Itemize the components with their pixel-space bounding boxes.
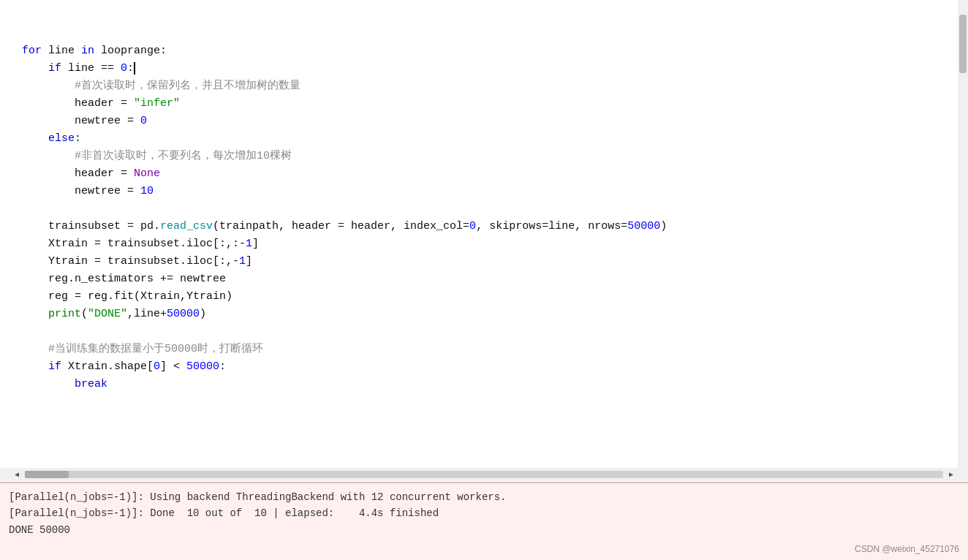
code-token: ] <	[160, 360, 186, 373]
code-token: :	[75, 132, 81, 145]
code-token: line ==	[61, 62, 121, 75]
code-line: #首次读取时，保留列名，并且不增加树的数量	[22, 77, 968, 95]
vertical-scrollbar[interactable]	[958, 0, 968, 468]
code-line: Ytrain = trainsubset.iloc[:,-1]	[22, 253, 968, 270]
code-token: header =	[22, 167, 134, 180]
code-token: #首次读取时，保留列名，并且不增加树的数量	[22, 80, 300, 92]
code-line: newtree = 0	[22, 113, 968, 130]
code-token: print	[48, 308, 81, 320]
code-line: if line == 0:	[22, 60, 968, 77]
code-token: if	[48, 62, 61, 75]
code-token: read_csv	[160, 220, 213, 232]
code-token: (	[81, 308, 88, 320]
code-line: trainsubset = pd.read_csv(trainpath, hea…	[22, 218, 968, 235]
code-token: reg.n_estimators += newtree	[22, 273, 226, 285]
output-text: [Parallel(n_jobs=-1)]: Using backend Thr…	[9, 489, 959, 538]
code-line: if Xtrain.shape[0] < 50000:	[22, 358, 968, 376]
code-line: newtree = 10	[22, 183, 968, 200]
code-token	[22, 62, 48, 75]
watermark: CSDN @weixin_45271076	[855, 544, 959, 554]
code-token: 1	[239, 255, 246, 268]
code-token: 50000	[167, 308, 200, 320]
code-token: )	[660, 220, 667, 232]
code-token: :	[127, 62, 134, 75]
code-token: #当训练集的数据量小于50000时，打断循环	[22, 343, 263, 355]
code-token: 50000	[627, 220, 660, 232]
code-token: 10	[140, 185, 154, 197]
code-token: 0	[121, 62, 127, 75]
code-token: Xtrain = trainsubset.iloc[:,:-	[22, 238, 246, 250]
code-area: for line in looprange: if line == 0: #首次…	[0, 0, 968, 483]
code-line	[22, 323, 968, 341]
code-line: #当训练集的数据量小于50000时，打断循环	[22, 341, 968, 358]
code-token: reg = reg.fit(Xtrain,Ytrain)	[22, 290, 232, 303]
code-token: line	[42, 45, 81, 57]
code-token: looprange:	[94, 45, 167, 57]
scroll-right-arrow[interactable]: ▶	[946, 469, 956, 480]
code-block: for line in looprange: if line == 0: #首次…	[22, 7, 968, 393]
horizontal-scrollbar[interactable]: ◀ ▶	[0, 468, 968, 481]
code-token: , skiprows=line, nrows=	[476, 220, 627, 232]
code-token: Xtrain.shape[	[61, 360, 154, 373]
code-token: 0	[469, 220, 476, 232]
output-area: [Parallel(n_jobs=-1)]: Using backend Thr…	[0, 483, 968, 560]
code-token	[22, 360, 48, 373]
code-line: #非首次读取时，不要列名，每次增加10棵树	[22, 148, 968, 165]
code-line: Xtrain = trainsubset.iloc[:,:-1]	[22, 235, 968, 253]
code-line: for line in looprange:	[22, 42, 968, 60]
code-token: if	[48, 360, 61, 373]
code-token: None	[134, 167, 160, 180]
scrollbar-thumb[interactable]	[25, 471, 69, 478]
code-token	[22, 308, 48, 320]
code-token: header =	[22, 97, 134, 110]
code-token	[22, 378, 75, 390]
code-token: #非首次读取时，不要列名，每次增加10棵树	[22, 150, 292, 162]
code-token: 1	[246, 238, 252, 250]
scroll-left-arrow[interactable]: ◀	[12, 469, 22, 480]
code-token: in	[81, 45, 94, 57]
code-token: 0	[154, 360, 160, 373]
code-token: ]	[252, 238, 259, 250]
code-line: reg.n_estimators += newtree	[22, 270, 968, 288]
code-token: :	[219, 360, 226, 373]
code-token: (trainpath, header = header, index_col=	[213, 220, 469, 232]
v-scroll-thumb[interactable]	[959, 15, 967, 73]
code-token	[22, 132, 48, 145]
code-line: reg = reg.fit(Xtrain,Ytrain)	[22, 288, 968, 306]
code-token: ]	[246, 255, 252, 268]
code-token: ,line+	[127, 308, 167, 320]
code-line: header = None	[22, 165, 968, 183]
code-line	[22, 200, 968, 218]
code-token: break	[75, 378, 107, 390]
text-cursor	[134, 62, 135, 75]
code-line: break	[22, 376, 968, 393]
code-line: else:	[22, 130, 968, 148]
code-scroll-container[interactable]: for line in looprange: if line == 0: #首次…	[0, 0, 968, 468]
code-token: )	[200, 308, 206, 320]
code-token: newtree =	[22, 185, 140, 197]
code-token: Ytrain = trainsubset.iloc[:,-	[22, 255, 239, 268]
code-token: "DONE"	[88, 308, 127, 320]
code-token: newtree =	[22, 115, 140, 127]
code-token: else	[48, 132, 75, 145]
code-token: for	[22, 45, 42, 57]
code-token: 0	[140, 115, 147, 127]
code-line: print("DONE",line+50000)	[22, 306, 968, 323]
code-token: trainsubset = pd.	[22, 220, 160, 232]
scrollbar-track[interactable]	[25, 471, 943, 478]
code-line: header = "infer"	[22, 95, 968, 113]
code-token: "infer"	[134, 97, 180, 110]
code-token: 50000	[186, 360, 219, 373]
